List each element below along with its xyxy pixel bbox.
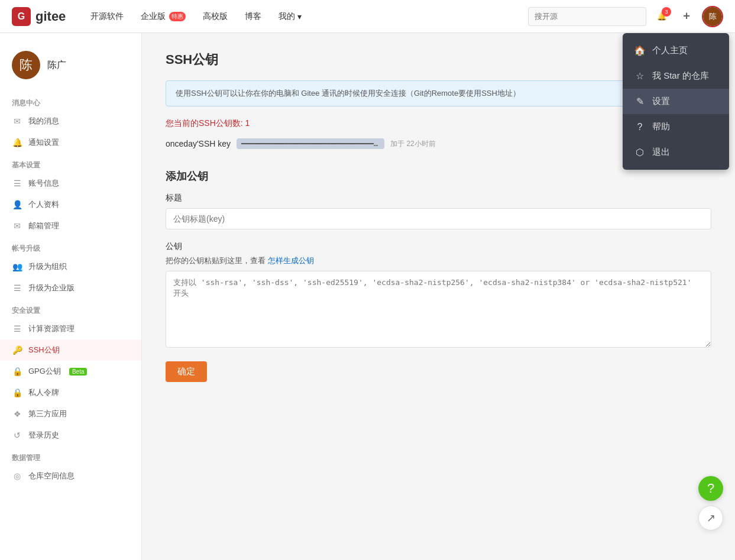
dropdown-item-help[interactable]: ? 帮助 — [623, 114, 729, 140]
sidebar-label-gpg: GPG公钥 — [28, 366, 61, 377]
enterprise-icon: ☰ — [12, 283, 22, 293]
dropdown-item-logout[interactable]: ⬡ 退出 — [623, 140, 729, 165]
third-party-icon: ❖ — [12, 409, 22, 419]
sidebar-item-notification-settings[interactable]: 🔔 通知设置 — [0, 132, 141, 153]
sidebar: 陈 陈广 消息中心 ✉ 我的消息 🔔 通知设置 基本设置 ☰ 账号信息 👤 个人… — [0, 33, 142, 560]
gitee-icon: G — [12, 7, 31, 26]
sidebar-section-basic: 基本设置 — [0, 153, 141, 173]
sidebar-item-third-party[interactable]: ❖ 第三方应用 — [0, 403, 141, 425]
submit-button[interactable]: 确定 — [166, 361, 207, 382]
chevron-down-icon: ▾ — [297, 12, 302, 21]
group-icon: 👥 — [12, 262, 22, 271]
email-icon: ✉ — [12, 221, 22, 231]
navbar: G gitee 开源软件 企业版 特惠 高校版 博客 我的 ▾ 🔔 3 + — [0, 0, 735, 33]
user-dropdown-menu: 🏠 个人主页 ☆ 我 Star 的仓库 ✎ 设置 ? 帮助 ⬡ 退出 — [623, 33, 729, 170]
sidebar-item-ssh[interactable]: 🔑 SSH公钥 — [0, 339, 141, 361]
dropdown-label-profile: 个人主页 — [652, 45, 688, 56]
sidebar-label-token: 私人令牌 — [28, 387, 59, 398]
ssh-key-name: onceday'SSH key — [166, 139, 231, 148]
public-key-label: 公钥 — [166, 241, 711, 252]
sidebar-username: 陈广 — [47, 59, 66, 72]
dropdown-label-help: 帮助 — [652, 121, 670, 132]
sidebar-item-gpg[interactable]: 🔒 GPG公钥 Beta — [0, 361, 141, 382]
sidebar-item-email[interactable]: ✉ 邮箱管理 — [0, 215, 141, 237]
bell-small-icon: 🔔 — [12, 138, 22, 147]
dropdown-label-settings: 设置 — [652, 96, 670, 107]
avatar: 陈 — [703, 7, 722, 26]
public-key-form-group: 公钥 把你的公钥粘贴到这里，查看 怎样生成公钥 — [166, 241, 711, 349]
add-button[interactable]: + — [677, 7, 696, 26]
person-icon: 👤 — [12, 200, 22, 209]
public-key-textarea[interactable] — [166, 271, 711, 348]
gitee-text: gitee — [35, 9, 66, 24]
nav-mine[interactable]: 我的 ▾ — [271, 8, 309, 25]
sidebar-item-my-messages[interactable]: ✉ 我的消息 — [0, 111, 141, 132]
navbar-right: 🔔 3 + 陈 — [528, 6, 723, 27]
search-input[interactable] — [528, 7, 646, 26]
sidebar-label-upgrade-org: 升级为组织 — [28, 261, 67, 272]
sidebar-section-data: 数据管理 — [0, 446, 141, 465]
title-input[interactable] — [166, 208, 711, 229]
dropdown-label-starred: 我 Star 的仓库 — [652, 70, 709, 82]
sidebar-label-notification-settings: 通知设置 — [28, 137, 59, 148]
account-icon: ☰ — [12, 179, 22, 188]
enterprise-badge: 特惠 — [169, 12, 186, 21]
mail-icon: ✉ — [12, 116, 22, 126]
sidebar-item-upgrade-org[interactable]: 👥 升级为组织 — [0, 256, 141, 277]
title-form-group: 标题 — [166, 193, 711, 229]
share-float-icon: ↗ — [707, 512, 715, 525]
sidebar-label-third-party: 第三方应用 — [28, 409, 67, 419]
sidebar-item-profile[interactable]: 👤 个人资料 — [0, 194, 141, 215]
dropdown-item-profile[interactable]: 🏠 个人主页 — [623, 38, 729, 63]
generate-key-link[interactable]: 怎样生成公钥 — [268, 256, 314, 265]
sidebar-item-login-history[interactable]: ↺ 登录历史 — [0, 425, 141, 446]
star-icon: ☆ — [634, 71, 645, 82]
settings-icon: ✎ — [634, 96, 645, 107]
repo-icon: ◎ — [12, 471, 22, 481]
lock-icon: 🔒 — [12, 367, 22, 376]
sidebar-user: 陈 陈广 — [0, 45, 141, 91]
sidebar-item-compute[interactable]: ☰ 计算资源管理 — [0, 318, 141, 339]
ssh-key-value: ━━━━━━━━━━━━━━━━━━━━━━━━━━━━━━━━━━━━━━━━ — [237, 138, 384, 149]
sidebar-label-upgrade-enterprise: 升级为企业版 — [28, 283, 75, 293]
share-float-button[interactable]: ↗ — [698, 506, 723, 530]
navbar-nav: 开源软件 企业版 特惠 高校版 博客 我的 ▾ — [83, 8, 528, 25]
sidebar-section-security: 安全设置 — [0, 299, 141, 318]
site-logo[interactable]: G gitee — [12, 7, 66, 26]
help-float-icon: ? — [707, 481, 714, 496]
plus-icon: + — [683, 9, 690, 23]
nav-blog[interactable]: 博客 — [238, 8, 268, 25]
dropdown-item-starred[interactable]: ☆ 我 Star 的仓库 — [623, 63, 729, 89]
info-text: 使用SSH公钥可以让你在你的电脑和 Gitee 通讯的时候使用安全连接（Git的… — [176, 89, 520, 98]
sidebar-item-account-info[interactable]: ☰ 账号信息 — [0, 173, 141, 194]
sidebar-label-login-history: 登录历史 — [28, 430, 59, 441]
sidebar-item-upgrade-enterprise[interactable]: ☰ 升级为企业版 — [0, 277, 141, 299]
token-icon: 🔒 — [12, 388, 22, 397]
nav-university[interactable]: 高校版 — [196, 8, 235, 25]
logout-icon: ⬡ — [634, 147, 645, 158]
dropdown-label-logout: 退出 — [652, 147, 670, 158]
sidebar-label-repo-space: 仓库空间信息 — [28, 471, 75, 481]
beta-badge: Beta — [69, 368, 88, 376]
home-icon: 🏠 — [634, 46, 645, 56]
notification-button[interactable]: 🔔 3 — [652, 7, 671, 26]
public-key-hint: 把你的公钥粘贴到这里，查看 怎样生成公钥 — [166, 255, 711, 266]
notification-badge: 3 — [662, 7, 671, 17]
sidebar-label-profile: 个人资料 — [28, 199, 59, 210]
sidebar-label-ssh: SSH公钥 — [28, 345, 60, 355]
avatar-button[interactable]: 陈 — [702, 6, 723, 27]
dropdown-item-settings[interactable]: ✎ 设置 — [623, 89, 729, 114]
sidebar-item-repo-space[interactable]: ◎ 仓库空间信息 — [0, 465, 141, 487]
nav-enterprise[interactable]: 企业版 特惠 — [134, 8, 193, 25]
sidebar-label-account-info: 账号信息 — [28, 178, 59, 189]
sidebar-section-messages: 消息中心 — [0, 91, 141, 111]
help-float-button[interactable]: ? — [698, 476, 723, 501]
ssh-key-time: 加于 22小时前 — [390, 139, 436, 149]
sidebar-label-my-messages: 我的消息 — [28, 116, 59, 127]
sidebar-section-upgrade: 帐号升级 — [0, 237, 141, 256]
help-icon: ? — [634, 122, 645, 132]
nav-opensource[interactable]: 开源软件 — [83, 8, 131, 25]
sidebar-label-email: 邮箱管理 — [28, 221, 59, 231]
sidebar-item-token[interactable]: 🔒 私人令牌 — [0, 382, 141, 403]
sidebar-avatar: 陈 — [12, 51, 40, 79]
